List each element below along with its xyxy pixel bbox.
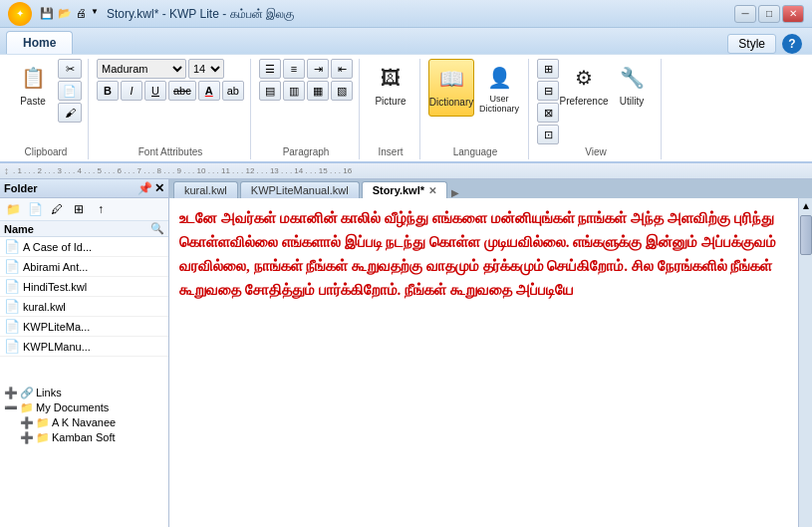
indent-button[interactable]: ⇥ <box>307 59 329 79</box>
sidebar-item-5[interactable]: 📄 KWPLManu... <box>0 337 168 357</box>
italic-button[interactable]: I <box>121 81 142 101</box>
paste-button[interactable]: 📋 Paste <box>10 59 56 117</box>
sidebar-close-icon[interactable]: ✕ <box>154 181 164 195</box>
user-dictionary-button[interactable]: 👤 User Dictionary <box>476 59 522 117</box>
font-color-label: A <box>205 85 213 97</box>
view-content: ⊞ ⊟ ⊠ ⊡ ⚙ Preference 🔧 Utility <box>537 59 655 144</box>
scroll-up-btn[interactable]: ▲ <box>799 198 812 213</box>
tab-home[interactable]: Home <box>6 31 73 54</box>
scrollbar-track[interactable] <box>799 257 812 527</box>
close-button[interactable]: ✕ <box>782 5 804 23</box>
align-center-button[interactable]: ▥ <box>283 81 305 101</box>
font-color-button[interactable]: A <box>198 81 220 101</box>
tree-aknavanee[interactable]: ➕ 📁 A K Navanee <box>2 415 166 430</box>
document-scrollbar[interactable]: ▲ ▼ <box>798 198 812 527</box>
clipboard-content: 📋 Paste ✂ 📄 🖌 <box>10 59 82 144</box>
quick-access-save[interactable]: 💾 <box>40 7 54 20</box>
tree-icon-links: 🔗 <box>20 387 34 399</box>
sidebar-pin-icon[interactable]: 📌 <box>137 181 152 195</box>
doc-tab-kural[interactable]: kural.kwl <box>173 181 238 198</box>
preference-button[interactable]: ⚙ Preference <box>561 59 607 117</box>
ruler: ↕ . 1 . . . 2 . . . 3 . . . 4 . . . 5 . … <box>0 163 812 179</box>
sidebar-icon-1[interactable]: 📁 <box>3 200 23 218</box>
document-content[interactable]: உடனே அவர்கள் மகானின் காலில் வீழ்ந்து எங்… <box>169 198 798 527</box>
tree-kamban[interactable]: ➕ 📁 Kamban Soft <box>2 430 166 445</box>
copy-button[interactable]: 📄 <box>58 81 82 101</box>
quick-access-print[interactable]: 🖨 <box>76 7 87 20</box>
file-icon-4: 📄 <box>4 319 20 334</box>
utility-icon: 🔧 <box>616 62 648 94</box>
tree-mydocs[interactable]: ➖ 📁 My Documents <box>2 400 166 415</box>
align-left-button[interactable]: ▤ <box>259 81 281 101</box>
para-row2: ▤ ▥ ▦ ▧ <box>259 81 353 101</box>
doc-tab-close-icon[interactable]: ✕ <box>428 185 436 196</box>
doc-scroll-right-icon[interactable]: ▶ <box>451 187 459 198</box>
sidebar-item-2[interactable]: 📄 HindiTest.kwl <box>0 277 168 297</box>
view-btn3[interactable]: ⊠ <box>537 103 559 123</box>
sidebar-icon-2[interactable]: 📄 <box>25 200 45 218</box>
insert-content: 🖼 Picture <box>368 59 413 144</box>
font-size-select[interactable]: 14 <box>188 59 224 79</box>
sidebar-item-0[interactable]: 📄 A Case of Id... <box>0 237 168 257</box>
style-button[interactable]: Style <box>727 34 776 54</box>
font-row2: B I U abc A ab <box>97 81 244 101</box>
scrollbar-thumb[interactable] <box>800 215 812 255</box>
utility-button[interactable]: 🔧 Utility <box>609 59 655 117</box>
sidebar-file-3: kural.kwl <box>23 301 66 313</box>
outdent-button[interactable]: ⇤ <box>331 59 353 79</box>
maximize-button[interactable]: □ <box>758 5 780 23</box>
sidebar-search-icon[interactable]: 🔍 <box>150 222 164 235</box>
para-row1: ☰ ≡ ⇥ ⇤ <box>259 59 353 79</box>
document-scroll-area: உடனே அவர்கள் மகானின் காலில் வீழ்ந்து எங்… <box>169 198 812 527</box>
font-group: Maduram 14 B I U abc A ab Font Attribute… <box>91 59 251 159</box>
strikethrough-button[interactable]: abc <box>168 81 196 101</box>
font-name-select[interactable]: Maduram <box>97 59 186 79</box>
tree-links[interactable]: ➕ 🔗 Links <box>2 386 166 400</box>
sidebar-file-0: A Case of Id... <box>23 241 92 253</box>
help-button[interactable]: ? <box>782 34 802 54</box>
sidebar-title: Folder <box>4 182 38 194</box>
sidebar-icon-5[interactable]: ↑ <box>91 200 111 218</box>
doc-tab-story[interactable]: Story.kwl*✕ <box>362 181 447 198</box>
view-btn1[interactable]: ⊞ <box>537 59 559 79</box>
tree-label-mydocs: My Documents <box>36 401 109 413</box>
ruler-scale: . 1 . . . 2 . . . 3 . . . 4 . . . 5 . . … <box>13 166 352 175</box>
sidebar-item-4[interactable]: 📄 KWPLiteMa... <box>0 317 168 337</box>
view-group: ⊞ ⊟ ⊠ ⊡ ⚙ Preference 🔧 Utility View <box>531 59 662 159</box>
quick-access-dropdown[interactable]: ▼ <box>91 7 99 20</box>
dictionary-button[interactable]: 📖 Dictionary <box>428 59 474 117</box>
sidebar-file-2: HindiTest.kwl <box>23 281 87 293</box>
doc-tab-scroll: ▶ <box>451 187 459 198</box>
sidebar-item-3[interactable]: 📄 kural.kwl <box>0 297 168 317</box>
bold-button[interactable]: B <box>97 81 119 101</box>
underline-button[interactable]: U <box>144 81 166 101</box>
format-painter-button[interactable]: 🖌 <box>58 103 82 123</box>
title-bar: ✦ 💾 📂 🖨 ▼ Story.kwl* - KWP Lite - கம்பன்… <box>0 0 812 28</box>
clipboard-group: 📋 Paste ✂ 📄 🖌 Clipboard <box>4 59 89 159</box>
paragraph-group: ☰ ≡ ⇥ ⇤ ▤ ▥ ▦ ▧ Paragraph <box>253 59 360 159</box>
picture-button[interactable]: 🖼 Picture <box>368 59 413 117</box>
sidebar-item-1[interactable]: 📄 Abirami Ant... <box>0 257 168 277</box>
ribbon-content: 📋 Paste ✂ 📄 🖌 Clipboard Maduram <box>0 54 812 161</box>
ruler-marks: ↕ . 1 . . . 2 . . . 3 . . . 4 . . . 5 . … <box>4 163 808 178</box>
title-bar-left: ✦ 💾 📂 🖨 ▼ Story.kwl* - KWP Lite - கம்பன்… <box>8 2 294 26</box>
dictionary-icon: 📖 <box>435 63 467 95</box>
cut-button[interactable]: ✂ <box>58 59 82 79</box>
view-btn4[interactable]: ⊡ <box>537 125 559 144</box>
justify-button[interactable]: ▧ <box>331 81 353 101</box>
sidebar-name-col: Name <box>4 223 34 235</box>
highlight-button[interactable]: ab <box>222 81 244 101</box>
sidebar-file-list[interactable]: 📄 A Case of Id... 📄 Abirami Ant... 📄 Hin… <box>0 237 168 384</box>
main-area: Folder 📌 ✕ 📁 📄 🖊 ⊞ ↑ Name 🔍 📄 A Case of … <box>0 179 812 527</box>
unordered-list-button[interactable]: ☰ <box>259 59 281 79</box>
sidebar-icon-4[interactable]: ⊞ <box>69 200 89 218</box>
sidebar-icon-3[interactable]: 🖊 <box>47 200 67 218</box>
align-right-button[interactable]: ▦ <box>307 81 329 101</box>
ordered-list-button[interactable]: ≡ <box>283 59 305 79</box>
doc-tab-manual[interactable]: KWPLiteManual.kwl <box>240 181 360 198</box>
ribbon-style-area: Style ? <box>727 34 806 54</box>
view-btn2[interactable]: ⊟ <box>537 81 559 101</box>
quick-access-open[interactable]: 📂 <box>58 7 72 20</box>
minimize-button[interactable]: ─ <box>734 5 756 23</box>
sidebar-icon-row: 📁 📄 🖊 ⊞ ↑ <box>0 198 168 221</box>
